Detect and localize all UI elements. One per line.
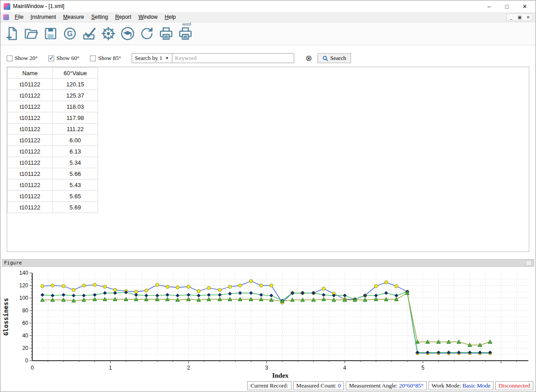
menu-measure[interactable]: Measure xyxy=(60,13,88,21)
mdi-controls: _ ▣ ✕ xyxy=(506,13,533,21)
menu-bar: FileInstrumentMeasureSettingReportWindow… xyxy=(0,12,536,22)
title-bar: MainWindow - [1.xml] – □ ✕ xyxy=(0,0,536,12)
checkbox-show-85[interactable]: Show 85° xyxy=(90,55,121,62)
column-header-name[interactable]: Name xyxy=(8,68,53,79)
record-table: Name 60°Value t101122120.15t101122125.37… xyxy=(7,67,98,213)
toolbar: G word xyxy=(0,22,536,45)
close-button[interactable]: ✕ xyxy=(516,1,534,12)
child-window-icon xyxy=(3,14,9,20)
chevron-down-icon: ▼ xyxy=(165,56,169,60)
svg-text:0: 0 xyxy=(31,365,34,371)
calibrate-icon[interactable]: G xyxy=(61,25,79,43)
checkbox-show-60[interactable]: ✓Show 60° xyxy=(48,55,79,62)
table-row[interactable]: t1011225.69 xyxy=(8,202,98,213)
status-bar: Current Record:Measured Count: 0Measurem… xyxy=(247,381,533,390)
menu-setting[interactable]: Setting xyxy=(88,13,111,21)
print-word-icon[interactable]: word xyxy=(176,25,194,43)
clear-search-icon[interactable]: ⊗ xyxy=(304,53,314,63)
filter-bar: Show 20°✓Show 60°Show 85° Search by 1 ▼ … xyxy=(7,52,529,64)
word-label: word xyxy=(182,22,191,26)
table-row[interactable]: t101122117.98 xyxy=(8,112,98,124)
angle-checkboxes: Show 20°✓Show 60°Show 85° xyxy=(7,55,132,62)
svg-text:60: 60 xyxy=(22,320,29,326)
mdi-minimize-button[interactable]: _ xyxy=(507,14,515,21)
status-current-record: Current Record: xyxy=(247,381,291,390)
record-panel: Name 60°Value t101122120.15t101122125.37… xyxy=(7,67,529,252)
table-row[interactable]: t1011225.43 xyxy=(8,179,98,191)
checkbox-show-20[interactable]: Show 20° xyxy=(7,55,38,62)
table-row[interactable]: t101122118.03 xyxy=(8,101,98,112)
menu-window[interactable]: Window xyxy=(135,13,161,21)
table-row[interactable]: t101122125.37 xyxy=(8,90,98,101)
svg-text:100: 100 xyxy=(19,295,28,301)
menu-report[interactable]: Report xyxy=(111,13,135,21)
mdi-close-button[interactable]: ✕ xyxy=(524,14,532,21)
svg-text:20: 20 xyxy=(22,345,29,351)
keyword-input[interactable] xyxy=(172,53,294,63)
svg-text:0: 0 xyxy=(25,358,28,364)
chart-area: 020406080100120140012345IndexGlossiness xyxy=(2,268,534,382)
svg-text:Glossiness: Glossiness xyxy=(2,298,9,336)
search-by-dropdown[interactable]: Search by 1 ▼ xyxy=(132,53,172,63)
svg-text:40: 40 xyxy=(22,332,29,339)
search-button[interactable]: Search xyxy=(317,53,351,63)
column-header-60value[interactable]: 60°Value xyxy=(53,68,98,79)
table-body: t101122120.15t101122125.37t101122118.03t… xyxy=(8,79,98,213)
save-icon[interactable] xyxy=(42,25,60,43)
status-work-mode: Work Mode: Basic Mode xyxy=(429,381,493,390)
svg-text:5: 5 xyxy=(421,365,425,371)
refresh-icon[interactable] xyxy=(138,25,156,43)
app-icon xyxy=(4,3,10,10)
new-file-icon[interactable] xyxy=(3,25,21,43)
table-row[interactable]: t1011225.66 xyxy=(8,168,98,179)
svg-text:2: 2 xyxy=(187,365,190,371)
check-icon[interactable] xyxy=(80,25,98,43)
table-row[interactable]: t1011226.00 xyxy=(8,135,98,146)
table-row[interactable]: t101122111.22 xyxy=(8,124,98,135)
status-connection-state: Disconnected xyxy=(495,381,533,390)
svg-text:120: 120 xyxy=(19,282,28,289)
svg-text:Index: Index xyxy=(272,372,289,379)
search-by-label: Search by 1 xyxy=(135,55,162,62)
svg-text:80: 80 xyxy=(22,307,29,314)
maximize-button[interactable]: □ xyxy=(498,1,516,12)
cap-icon[interactable] xyxy=(119,25,137,43)
status-measured-count: Measured Count: 0 xyxy=(293,381,344,390)
svg-text:1: 1 xyxy=(109,365,112,371)
menu-items: FileInstrumentMeasureSettingReportWindow… xyxy=(11,13,180,21)
status-measurement-angle: Measurement Angle: 20°60°85° xyxy=(346,381,427,390)
table-row[interactable]: t1011225.34 xyxy=(8,157,98,168)
figure-scroll-corner xyxy=(526,260,532,266)
wheel-icon[interactable] xyxy=(99,25,117,43)
glossiness-chart: 020406080100120140012345IndexGlossiness xyxy=(2,268,532,380)
menu-file[interactable]: File xyxy=(11,13,27,21)
minimize-button[interactable]: – xyxy=(480,1,498,12)
table-row[interactable]: t101122120.15 xyxy=(8,79,98,90)
svg-text:4: 4 xyxy=(343,365,347,371)
print-icon[interactable] xyxy=(157,25,175,43)
search-icon xyxy=(322,55,328,61)
window-title: MainWindow - [1.xml] xyxy=(13,3,480,9)
svg-text:140: 140 xyxy=(19,270,28,276)
open-folder-icon[interactable] xyxy=(22,25,40,43)
search-button-label: Search xyxy=(330,55,346,62)
menu-help[interactable]: Help xyxy=(161,13,180,21)
figure-title: Figure xyxy=(4,260,22,266)
table-row[interactable]: t1011226.13 xyxy=(8,146,98,157)
svg-text:3: 3 xyxy=(265,365,268,371)
svg-text:G: G xyxy=(67,30,73,38)
table-row[interactable]: t1011225.65 xyxy=(8,191,98,202)
mdi-restore-button[interactable]: ▣ xyxy=(515,14,524,21)
menu-instrument[interactable]: Instrument xyxy=(27,13,60,21)
figure-title-bar[interactable]: Figure xyxy=(2,259,534,267)
